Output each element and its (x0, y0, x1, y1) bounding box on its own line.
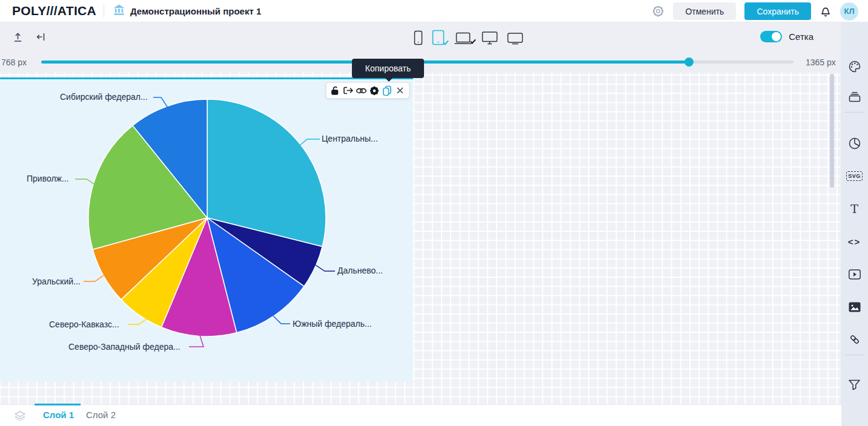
toggle-knob (772, 32, 781, 41)
notifications-bell-icon[interactable] (820, 5, 832, 18)
close-icon[interactable] (394, 85, 406, 97)
sidebar-divider (845, 112, 864, 113)
device-phone-icon[interactable] (414, 30, 423, 45)
copy-icon[interactable] (381, 85, 393, 97)
collapse-left-icon[interactable] (36, 31, 47, 43)
layer-bar: Слой 1 Слой 2 (0, 404, 841, 426)
code-icon[interactable]: <> (841, 232, 868, 251)
slider-max-label: 1365 px (806, 57, 836, 67)
device-preview-switcher (414, 30, 523, 45)
upload-icon[interactable] (12, 31, 24, 43)
pie-label-far-east: Дальнево... (337, 266, 383, 275)
bank-icon (113, 4, 125, 19)
grid-toggle[interactable] (760, 31, 782, 42)
header-divider (104, 4, 104, 18)
video-icon[interactable] (841, 265, 868, 283)
link-icon[interactable] (355, 85, 367, 97)
layers-icon (13, 410, 27, 422)
device-laptop-icon[interactable] (454, 31, 472, 45)
pie-label-ural: Уральский... (32, 277, 81, 286)
device-monitor-icon[interactable] (482, 31, 498, 45)
slider-handle[interactable] (684, 57, 694, 67)
pie-label-north-west: Северо-Западный федера... (68, 342, 181, 352)
pie-label-siberian: Сибирский федерал... (60, 92, 148, 102)
link-chain-icon[interactable] (841, 330, 868, 349)
project-title: Демонстрационный проект 1 (130, 6, 261, 16)
pie-label-north-caucasus: Северо-Кавказс... (49, 320, 119, 329)
sidebar-divider (845, 355, 864, 355)
pie-label-south: Южный федераль... (293, 319, 372, 329)
cancel-button[interactable]: Отменить (673, 2, 736, 20)
check-icon (470, 39, 476, 44)
widgets-icon[interactable] (841, 88, 868, 106)
app-window: POLY///ATICA Демонстрационный проект 1 О… (0, 0, 868, 426)
unlock-icon[interactable] (330, 85, 342, 97)
header-settings-gear-icon[interactable] (652, 5, 664, 18)
grid-toggle-label: Сетка (789, 31, 813, 42)
device-tablet-icon-selected[interactable] (432, 30, 445, 45)
copy-tooltip: Копировать (352, 59, 424, 78)
device-tv-icon[interactable] (507, 32, 523, 45)
right-sidebar: SVG T <> (841, 22, 868, 426)
image-icon[interactable] (841, 298, 868, 316)
pie-label-volga: Приволж... (27, 174, 69, 183)
export-icon[interactable] (342, 85, 354, 97)
canvas-vertical-scrollbar[interactable] (830, 74, 834, 188)
user-avatar[interactable]: КЛ (840, 2, 858, 21)
layer-tab-1[interactable]: Слой 1 (43, 410, 74, 420)
polymatica-logo: POLY///ATICA (12, 4, 96, 18)
palette-icon[interactable] (841, 57, 868, 76)
filter-icon[interactable] (841, 376, 868, 394)
slider-min-label: 768 px (1, 57, 27, 67)
layer-tab-2[interactable]: Слой 2 (86, 410, 116, 420)
text-icon[interactable]: T (841, 200, 868, 218)
pie-label-central: Центральны... (322, 134, 378, 143)
save-button[interactable]: Сохранить (744, 2, 811, 20)
settings-icon[interactable] (368, 85, 380, 97)
active-layer-indicator (35, 404, 81, 405)
widget-selection-border (0, 77, 413, 79)
chart-icon[interactable] (841, 134, 868, 152)
svg-icon[interactable]: SVG (841, 167, 868, 185)
header: POLY///ATICA Демонстрационный проект 1 О… (0, 0, 868, 22)
tools-row: Сетка (0, 22, 841, 52)
widget-toolbar (326, 82, 409, 99)
check-icon (443, 40, 449, 45)
